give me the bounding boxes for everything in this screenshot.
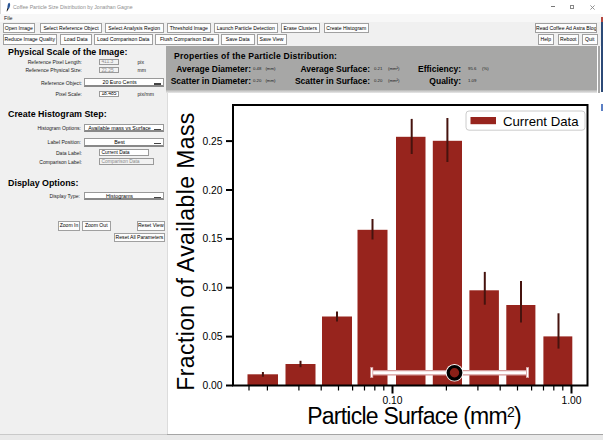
svg-text:0.00: 0.00	[202, 380, 222, 391]
svg-text:0.05: 0.05	[202, 331, 222, 342]
svg-text:1.00: 1.00	[561, 395, 581, 406]
svg-text:0.25: 0.25	[202, 136, 222, 147]
svg-text:0.10: 0.10	[202, 282, 222, 293]
svg-text:Current Data: Current Data	[503, 114, 579, 129]
svg-text:Fraction of Available Mass: Fraction of Available Mass	[173, 112, 199, 390]
svg-text:Particle Surface (mm2): Particle Surface (mm2)	[307, 403, 521, 429]
svg-text:0.20: 0.20	[202, 185, 222, 196]
svg-text:0.15: 0.15	[202, 233, 222, 244]
